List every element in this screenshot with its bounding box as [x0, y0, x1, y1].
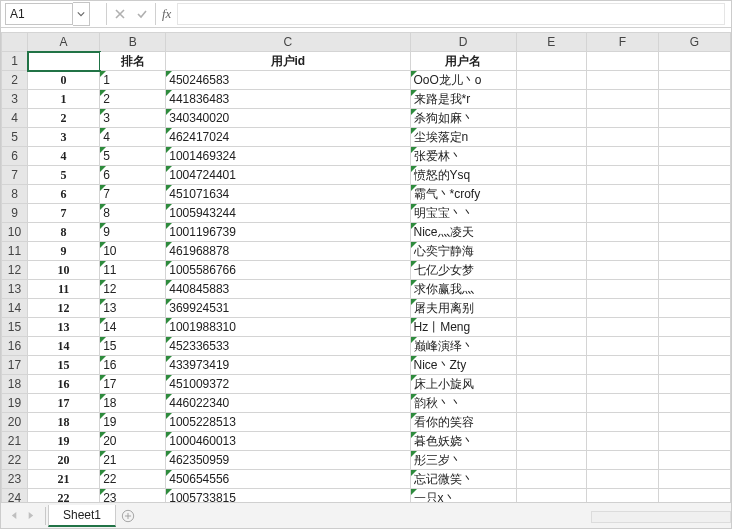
- cell[interactable]: [586, 413, 658, 432]
- cell[interactable]: Nice灬凌天: [410, 223, 516, 242]
- cell[interactable]: [586, 394, 658, 413]
- cell[interactable]: 16: [100, 356, 166, 375]
- cell[interactable]: 韵秋丶丶: [410, 394, 516, 413]
- cell[interactable]: [516, 318, 586, 337]
- cell[interactable]: [586, 451, 658, 470]
- cell[interactable]: 340340020: [166, 109, 410, 128]
- cell[interactable]: 12: [100, 280, 166, 299]
- cell[interactable]: [658, 204, 730, 223]
- row-header[interactable]: 14: [2, 299, 28, 318]
- cell[interactable]: [658, 52, 730, 71]
- row-header[interactable]: 3: [2, 90, 28, 109]
- cell[interactable]: 4: [28, 147, 100, 166]
- cell[interactable]: 452336533: [166, 337, 410, 356]
- cell[interactable]: 0: [28, 71, 100, 90]
- cell[interactable]: [658, 489, 730, 503]
- cell[interactable]: 1001196739: [166, 223, 410, 242]
- cell[interactable]: [658, 375, 730, 394]
- cell[interactable]: 忘记微笑丶: [410, 470, 516, 489]
- cell[interactable]: [516, 337, 586, 356]
- cell[interactable]: [516, 166, 586, 185]
- row-header[interactable]: 17: [2, 356, 28, 375]
- column-header[interactable]: F: [586, 33, 658, 52]
- cell[interactable]: [658, 337, 730, 356]
- select-all-corner[interactable]: [2, 33, 28, 52]
- cell[interactable]: 1: [28, 90, 100, 109]
- cell[interactable]: [586, 470, 658, 489]
- cell[interactable]: [658, 451, 730, 470]
- cell[interactable]: 3: [100, 109, 166, 128]
- cell[interactable]: [516, 451, 586, 470]
- add-sheet-button[interactable]: [116, 504, 140, 528]
- cell[interactable]: 1001469324: [166, 147, 410, 166]
- cell[interactable]: [586, 375, 658, 394]
- confirm-button[interactable]: [131, 3, 153, 25]
- cell[interactable]: [586, 223, 658, 242]
- cell[interactable]: 440845883: [166, 280, 410, 299]
- row-header[interactable]: 11: [2, 242, 28, 261]
- cell[interactable]: 22: [100, 470, 166, 489]
- cell[interactable]: [516, 90, 586, 109]
- cell[interactable]: [516, 261, 586, 280]
- cell[interactable]: [516, 356, 586, 375]
- cell[interactable]: 7: [100, 185, 166, 204]
- grid-area[interactable]: ABCDEFG 1排名用户id用户名201450246583OoO龙儿丶o312…: [1, 32, 731, 502]
- cell[interactable]: [658, 299, 730, 318]
- cell[interactable]: [516, 299, 586, 318]
- cell[interactable]: [516, 375, 586, 394]
- cell[interactable]: [586, 280, 658, 299]
- column-header[interactable]: E: [516, 33, 586, 52]
- cell[interactable]: 17: [28, 394, 100, 413]
- cell[interactable]: 11: [100, 261, 166, 280]
- cell[interactable]: 23: [100, 489, 166, 503]
- cell[interactable]: [586, 71, 658, 90]
- cell[interactable]: 450246583: [166, 71, 410, 90]
- cell[interactable]: 441836483: [166, 90, 410, 109]
- cell[interactable]: [586, 337, 658, 356]
- cell[interactable]: 杀狗如麻丶: [410, 109, 516, 128]
- cell[interactable]: 20: [28, 451, 100, 470]
- horizontal-scrollbar[interactable]: [591, 511, 731, 523]
- cell[interactable]: 5: [28, 166, 100, 185]
- cell[interactable]: [658, 261, 730, 280]
- row-header[interactable]: 21: [2, 432, 28, 451]
- row-header[interactable]: 23: [2, 470, 28, 489]
- row-header[interactable]: 15: [2, 318, 28, 337]
- cell[interactable]: 2: [100, 90, 166, 109]
- cell[interactable]: 13: [28, 318, 100, 337]
- cell[interactable]: 16: [28, 375, 100, 394]
- cell[interactable]: 462350959: [166, 451, 410, 470]
- nav-last-button[interactable]: [23, 509, 37, 523]
- cell[interactable]: 1005228513: [166, 413, 410, 432]
- cell[interactable]: 433973419: [166, 356, 410, 375]
- cell[interactable]: 霸气丶*crofy: [410, 185, 516, 204]
- cell[interactable]: 尘埃落定n: [410, 128, 516, 147]
- cell[interactable]: 明宝宝丶丶: [410, 204, 516, 223]
- cell[interactable]: [658, 109, 730, 128]
- cell[interactable]: 1: [100, 71, 166, 90]
- cell[interactable]: 用户名: [410, 52, 516, 71]
- cell[interactable]: 5: [100, 147, 166, 166]
- cell[interactable]: 17: [100, 375, 166, 394]
- row-header[interactable]: 1: [2, 52, 28, 71]
- column-header[interactable]: G: [658, 33, 730, 52]
- cell[interactable]: 12: [28, 299, 100, 318]
- cell[interactable]: [516, 185, 586, 204]
- cell[interactable]: [586, 489, 658, 503]
- cell[interactable]: 10: [28, 261, 100, 280]
- cell[interactable]: [586, 128, 658, 147]
- cell[interactable]: 451071634: [166, 185, 410, 204]
- cell[interactable]: [586, 204, 658, 223]
- cell[interactable]: [586, 52, 658, 71]
- row-header[interactable]: 20: [2, 413, 28, 432]
- cell[interactable]: 13: [100, 299, 166, 318]
- cell[interactable]: [586, 90, 658, 109]
- cancel-button[interactable]: [109, 3, 131, 25]
- cell[interactable]: 7: [28, 204, 100, 223]
- cell[interactable]: [658, 356, 730, 375]
- cell[interactable]: 七亿少女梦: [410, 261, 516, 280]
- cell[interactable]: 8: [100, 204, 166, 223]
- cell[interactable]: 来路是我*r: [410, 90, 516, 109]
- row-header[interactable]: 6: [2, 147, 28, 166]
- cell[interactable]: [516, 109, 586, 128]
